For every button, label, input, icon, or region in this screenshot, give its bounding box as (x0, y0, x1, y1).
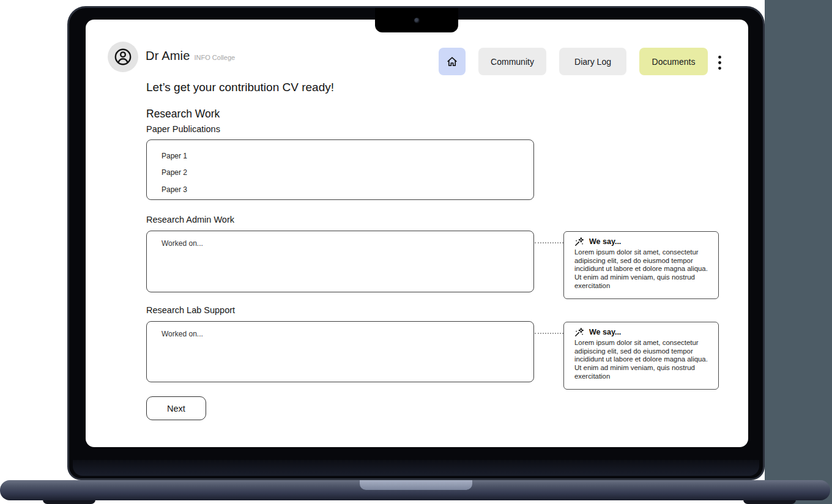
dotted-connector (535, 333, 563, 334)
research-lab-support-box (146, 321, 534, 382)
we-say-title: We say... (589, 328, 621, 336)
research-admin-work-box (146, 231, 534, 292)
research-work-title: Research Work (146, 108, 220, 120)
dotted-connector (535, 242, 563, 243)
nav-diary-log-button[interactable]: Diary Log (559, 48, 626, 75)
research-lab-support-input[interactable] (147, 322, 533, 382)
avatar[interactable] (108, 42, 138, 72)
research-lab-support-title: Research Lab Support (146, 305, 235, 315)
magic-wand-star-icon (574, 327, 584, 337)
magic-wand-star-icon (574, 237, 584, 246)
we-say-header: We say... (574, 236, 712, 247)
next-button[interactable]: Next (146, 396, 206, 420)
paper-item[interactable]: Paper 2 (162, 165, 519, 182)
lid-bottom-band (73, 460, 759, 476)
we-say-body: Lorem ipsum dolor sit amet, consectetur … (574, 248, 712, 291)
nav-documents-button[interactable]: Documents (639, 48, 708, 75)
screen-notch (375, 8, 458, 32)
paper-item[interactable]: Paper 3 (162, 181, 519, 198)
laptop-lid: Dr Amie INFO College Community Diary Log… (67, 6, 765, 480)
we-say-body: Lorem ipsum dolor sit amet, consectetur … (574, 339, 712, 381)
user-affiliation: INFO College (195, 54, 236, 61)
paper-item[interactable]: Paper 1 (162, 147, 519, 165)
user-identity: Dr Amie INFO College (146, 49, 235, 63)
kebab-menu-button[interactable] (715, 52, 724, 73)
paper-publications-box: Paper 1 Paper 2 Paper 3 (146, 139, 534, 200)
laptop-base (0, 480, 830, 500)
home-button[interactable] (439, 48, 466, 75)
background-strip (765, 0, 832, 504)
paper-publications-title: Paper Publications (146, 124, 220, 134)
user-name: Dr Amie (146, 49, 190, 63)
research-admin-work-input[interactable] (147, 231, 533, 292)
laptop-screen: Dr Amie INFO College Community Diary Log… (86, 20, 748, 447)
kebab-menu-icon (718, 55, 722, 70)
research-admin-work-title: Research Admin Work (146, 215, 234, 224)
we-say-header: We say... (574, 327, 712, 338)
nav-community-button[interactable]: Community (478, 48, 546, 75)
we-say-title: We say... (589, 237, 621, 246)
webcam-dot (414, 18, 420, 23)
account-circle-icon (113, 46, 133, 67)
we-say-callout: We say... Lorem ipsum dolor sit amet, co… (563, 322, 719, 390)
page-headline: Let’s get your contribution CV ready! (146, 81, 334, 94)
home-icon (445, 55, 459, 69)
laptop-base-scoop (360, 480, 472, 490)
we-say-callout: We say... Lorem ipsum dolor sit amet, co… (563, 231, 719, 299)
